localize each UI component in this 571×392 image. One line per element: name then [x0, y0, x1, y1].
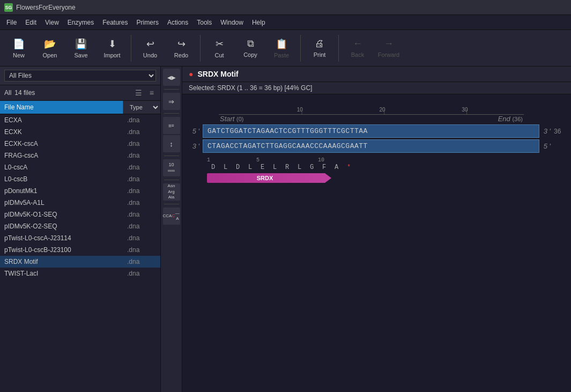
- menu-features[interactable]: Features: [98, 17, 132, 28]
- print-label: Print: [314, 51, 326, 58]
- toolbar-sep-1: [131, 35, 131, 62]
- file-type: .dna: [123, 140, 160, 147]
- detail-view-button[interactable]: ≡: [147, 87, 156, 98]
- vert-cca-button[interactable]: CCAC—A: [163, 208, 180, 225]
- aa-L4: L: [293, 164, 306, 171]
- aa-stop: *: [343, 164, 355, 171]
- file-name: ECXA: [0, 116, 123, 124]
- print-icon: 🖨: [315, 38, 324, 49]
- open-button[interactable]: 📂 Open: [35, 33, 64, 64]
- file-row[interactable]: pIDMv5K-O2-SEQ.dna: [0, 220, 160, 232]
- file-list: ECXA.dnaECXK.dnaECXK-cscA.dnaFRAG-cscA.d…: [0, 114, 160, 392]
- import-button[interactable]: ⬇ Import: [98, 33, 127, 64]
- aa-num-blank6: [293, 157, 306, 163]
- seq-bottom-row: 3 ′ CTAGACCTAGATCTTGAGGCAAACCCAAAGCGAATT…: [187, 139, 567, 153]
- file-row[interactable]: FRAG-cscA.dna: [0, 150, 160, 161]
- aa-letters: D L D L E L R L G F A *: [203, 164, 567, 171]
- file-row[interactable]: pIDMv5A-A1L.dna: [0, 197, 160, 209]
- main-area: All Files All 14 files ☰ ≡ File Name Typ…: [0, 66, 571, 392]
- file-row[interactable]: pTwist-L0-cscA-J23114.dna: [0, 232, 160, 244]
- forward-button[interactable]: → Forward: [374, 33, 403, 64]
- file-row[interactable]: pDonutMk1.dna: [0, 185, 160, 197]
- menu-help[interactable]: Help: [248, 17, 270, 28]
- file-row[interactable]: L0-cscA.dna: [0, 161, 160, 173]
- undo-button[interactable]: ↩ Undo: [136, 33, 165, 64]
- all-files-dropdown[interactable]: All Files: [4, 70, 156, 82]
- feature-name: SRDX: [211, 175, 318, 181]
- aa-L3: L: [269, 164, 281, 171]
- aa-num-blank5: [281, 157, 293, 163]
- paste-icon: 📋: [276, 38, 287, 50]
- aa-E: E: [256, 164, 269, 171]
- app-title: FlowersForEveryone: [16, 4, 76, 11]
- new-button[interactable]: 📄 New: [4, 33, 33, 64]
- menu-bar: File Edit View Enzymes Features Primers …: [0, 15, 571, 30]
- save-label: Save: [74, 52, 87, 58]
- content-header: ● SRDX Motif: [182, 66, 571, 82]
- menu-enzymes[interactable]: Enzymes: [63, 17, 98, 28]
- file-row[interactable]: ECXK.dna: [0, 126, 160, 138]
- copy-button[interactable]: ⧉ Copy: [236, 33, 265, 64]
- paste-button[interactable]: 📋 Paste: [267, 33, 296, 64]
- seq-3-label-top: 3 ′: [539, 127, 551, 135]
- content-title: SRDX Motif: [197, 70, 238, 78]
- file-row[interactable]: ECXK-cscA.dna: [0, 138, 160, 150]
- file-count: 14 files: [14, 89, 129, 97]
- vert-nav-button[interactable]: ◀▶: [163, 69, 180, 86]
- print-button[interactable]: 🖨 Print: [305, 33, 334, 64]
- column-name-header[interactable]: File Name: [0, 101, 123, 114]
- back-button[interactable]: ← Back: [343, 33, 372, 64]
- import-label: Import: [103, 52, 120, 58]
- seq-top-text: GATCTGGATCTAGAACTCCGTTTGGGTTTCGCTTAA: [203, 124, 539, 138]
- title-bar: SG FlowersForEveryone: [0, 0, 571, 15]
- list-view-button[interactable]: ☰: [133, 87, 144, 98]
- menu-window[interactable]: Window: [216, 17, 248, 28]
- file-row[interactable]: SRDX Motif.dna: [0, 256, 160, 268]
- seq-5-label-top: 5 ′: [187, 127, 203, 135]
- forward-icon: →: [384, 38, 394, 49]
- seq-3-label-bot: 3 ′: [187, 142, 203, 150]
- redo-button[interactable]: ↪ Redo: [167, 33, 196, 64]
- filter-all-label: All: [4, 89, 11, 97]
- menu-tools[interactable]: Tools: [192, 17, 216, 28]
- file-row[interactable]: L0-cscB.dna: [0, 173, 160, 185]
- file-row[interactable]: ECXA.dna: [0, 114, 160, 126]
- vert-lines-button[interactable]: ≡≡: [163, 117, 180, 134]
- file-row[interactable]: pIDMv5K-O1-SEQ.dna: [0, 209, 160, 220]
- vert-updown-button[interactable]: ↕: [163, 135, 180, 152]
- file-name: FRAG-cscA: [0, 152, 123, 159]
- file-type: .dna: [123, 187, 160, 195]
- app-icon: SG: [4, 3, 13, 12]
- feature-arrow-tip: [325, 173, 331, 183]
- aa-num-1: 1: [207, 157, 219, 163]
- aa-num-blank2: [232, 157, 244, 163]
- aa-D1: D: [207, 164, 219, 171]
- aa-R: R: [281, 164, 293, 171]
- save-button[interactable]: 💾 Save: [66, 33, 95, 64]
- file-name: pIDMv5K-O2-SEQ: [0, 223, 123, 230]
- feature-arrow[interactable]: SRDX: [207, 173, 331, 183]
- vert-codon-button[interactable]: 10══: [163, 159, 180, 176]
- cut-button[interactable]: ✂ Cut: [205, 33, 234, 64]
- new-icon: 📄: [13, 38, 25, 50]
- type-filter-dropdown[interactable]: Type: [128, 103, 160, 111]
- menu-edit[interactable]: Edit: [21, 17, 41, 28]
- file-row[interactable]: TWIST-LacI.dna: [0, 268, 160, 279]
- menu-actions[interactable]: Actions: [163, 17, 192, 28]
- vert-aa-button[interactable]: AsnArgAla: [163, 183, 180, 201]
- vert-arrow-button[interactable]: ⇒: [163, 93, 180, 110]
- import-icon: ⬇: [108, 38, 116, 50]
- cut-icon: ✂: [216, 38, 224, 50]
- file-name: pTwist-L0-cscB-J23100: [0, 246, 123, 254]
- back-icon: ←: [353, 38, 362, 49]
- menu-primers[interactable]: Primers: [132, 17, 163, 28]
- file-name: TWIST-LacI: [0, 270, 123, 277]
- undo-icon: ↩: [146, 38, 154, 50]
- file-name: pIDMv5K-O1-SEQ: [0, 211, 123, 218]
- toolbar-sep-3: [300, 35, 301, 62]
- menu-file[interactable]: File: [2, 17, 21, 28]
- file-row[interactable]: pTwist-L0-cscB-J23100.dna: [0, 244, 160, 256]
- aa-letters-row: D L D L E L R L G F A *: [187, 164, 567, 171]
- file-type: .dna: [123, 164, 160, 171]
- menu-view[interactable]: View: [41, 17, 63, 28]
